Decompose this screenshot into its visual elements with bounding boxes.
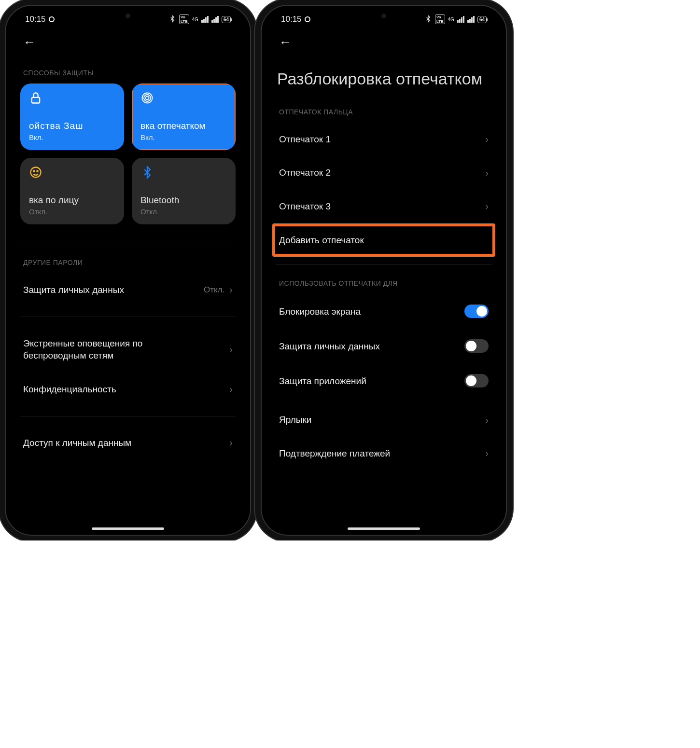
status-circle-icon [49,16,55,22]
row-label: Добавить отпечаток [279,234,364,247]
network-label: 4G [448,17,454,22]
divider [20,317,236,317]
arrow-left-icon: ← [279,35,292,49]
row-value: Откл. [204,285,224,295]
row-privacy-toggle[interactable]: Защита личных данных [276,329,491,363]
svg-point-5 [33,171,34,172]
status-time: 10:15 [281,14,302,24]
svg-point-3 [146,97,149,100]
chevron-right-icon: › [229,284,233,295]
chevron-right-icon: › [485,415,489,426]
camera-notch [381,14,386,18]
svg-point-6 [37,171,38,172]
row-label: Защита приложений [279,375,366,388]
card-status: Вкл. [29,133,115,141]
row-fingerprint-3[interactable]: Отпечаток 3 › [276,190,491,223]
row-add-fingerprint[interactable]: Добавить отпечаток [276,223,491,257]
card-status: Вкл. [140,133,227,141]
battery-icon: 64 [222,16,231,23]
signal-icon-2 [467,16,475,23]
section-header-fingerprint: ОТПЕЧАТОК ПАЛЬЦА [276,94,491,123]
bluetooth-icon [424,15,432,24]
page-title: Разблокировка отпечатком [276,55,491,94]
row-fingerprint-2[interactable]: Отпечаток 2 › [276,156,491,190]
svg-point-4 [31,167,41,178]
row-label: Ярлыки [279,414,311,426]
row-label: Подтверждение платежей [279,447,390,460]
home-indicator[interactable] [348,527,420,530]
face-icon [29,166,42,179]
signal-icon [201,16,209,23]
row-label: Отпечаток 1 [279,133,331,146]
row-emergency-alerts[interactable]: Экстренные оповещения по беспроводным се… [20,327,236,373]
card-title: вка отпечатком [140,121,227,131]
chevron-right-icon: › [229,384,233,395]
row-payment-confirm[interactable]: Подтверждение платежей › [276,437,491,471]
row-label: Отпечаток 2 [279,166,331,179]
network-label: 4G [192,17,198,22]
row-label: Защита личных данных [23,284,124,296]
row-label: Блокировка экрана [279,305,361,318]
arrow-left-icon: ← [23,35,36,49]
card-status: Откл. [140,208,227,216]
row-fingerprint-1[interactable]: Отпечаток 1 › [276,123,491,156]
status-circle-icon [305,16,310,22]
camera-notch [126,14,130,18]
home-indicator[interactable] [92,527,164,530]
row-confidentiality[interactable]: Конфиденциальность › [20,373,236,406]
phone-left: 10:15 VoLTE 4G 64 ← СПОСОБЫ ЗАЩИТЫ ойств… [5,5,251,536]
card-face-unlock[interactable]: вка по лицу Откл. [20,158,124,224]
svg-rect-0 [32,97,40,103]
volte-icon: VoLTE [435,14,445,24]
lock-icon [29,91,42,105]
row-personal-data-access[interactable]: Доступ к личным данным › [20,426,236,460]
signal-icon-2 [211,16,219,23]
bluetooth-icon [140,166,154,179]
chevron-right-icon: › [485,201,489,212]
fingerprint-icon [140,91,154,105]
card-title: ойства Заш [29,121,115,131]
row-label: Защита личных данных [279,340,380,353]
card-status: Откл. [29,208,115,216]
bluetooth-icon [168,15,176,24]
svg-point-2 [144,95,151,101]
phone-right: 10:15 VoLTE 4G 64 ← Разблокировка отпеча… [261,5,507,536]
chevron-right-icon: › [485,134,489,145]
toggle-switch[interactable] [464,374,489,388]
row-privacy-protection[interactable]: Защита личных данных Откл. › [20,273,236,307]
row-app-protection-toggle[interactable]: Защита приложений [276,363,491,398]
back-button[interactable]: ← [20,26,236,55]
protection-cards: ойства Заш Вкл. вка отпечатком Вкл. вка … [20,83,236,224]
card-fingerprint-unlock[interactable]: вка отпечатком Вкл. [132,83,236,150]
battery-icon: 64 [477,16,487,23]
divider [20,416,236,416]
toggle-switch[interactable] [464,305,489,318]
row-label: Экстренные оповещения по беспроводным се… [23,337,182,362]
signal-icon [457,16,464,23]
row-shortcuts[interactable]: Ярлыки › [276,403,491,437]
row-label: Конфиденциальность [23,383,116,396]
card-bluetooth-unlock[interactable]: Bluetooth Откл. [132,158,236,224]
chevron-right-icon: › [485,448,489,459]
back-button[interactable]: ← [276,26,491,55]
card-title: вка по лицу [29,195,115,206]
section-header-use-for: ИСПОЛЬЗОВАТЬ ОТПЕЧАТКИ ДЛЯ [276,265,491,294]
card-device-lock[interactable]: ойства Заш Вкл. [20,83,124,150]
card-title: Bluetooth [140,195,227,206]
row-label: Отпечаток 3 [279,200,331,213]
row-label: Доступ к личным данным [23,437,131,449]
row-lock-screen-toggle[interactable]: Блокировка экрана [276,294,491,329]
volte-icon: VoLTE [179,14,189,24]
chevron-right-icon: › [229,344,233,355]
chevron-right-icon: › [229,437,233,448]
chevron-right-icon: › [485,167,489,179]
status-time: 10:15 [25,14,46,24]
toggle-switch[interactable] [464,339,489,353]
section-header-protection: СПОСОБЫ ЗАЩИТЫ [20,55,236,83]
section-header-other: ДРУГИЕ ПАРОЛИ [20,244,236,273]
